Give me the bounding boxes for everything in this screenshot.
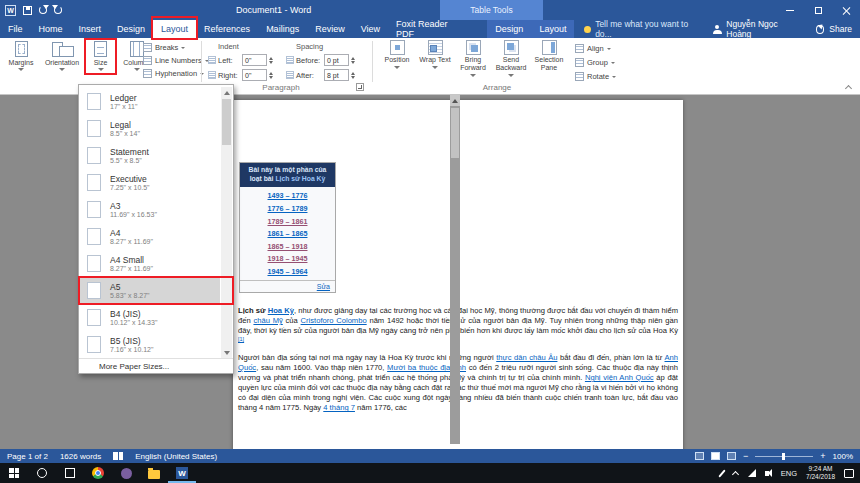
document-scrollbar[interactable] [450, 95, 460, 444]
tab-foxit-reader-pdf[interactable]: Foxit Reader PDF [388, 20, 473, 38]
tab-design[interactable]: Design [109, 20, 153, 38]
spacing-before-input[interactable]: 0 pt [324, 54, 349, 66]
zoom-in-button[interactable]: + [820, 452, 825, 460]
tab-mailings[interactable]: Mailings [258, 20, 307, 38]
hyperlink[interactable]: châu Mỹ [253, 316, 282, 325]
proofing-icon[interactable] [113, 452, 123, 460]
orientation-button[interactable]: Orientation [42, 40, 82, 71]
spacing-after-stepper[interactable] [351, 72, 355, 79]
hyperlink[interactable]: 4 tháng 7 [323, 403, 355, 412]
line-numbers-button[interactable]: Line Numbers [143, 56, 209, 65]
word-taskbar-button[interactable] [168, 463, 196, 483]
scrollbar-thumb[interactable] [222, 99, 231, 145]
tell-me-box[interactable]: Tell me what you want to do... [574, 20, 712, 38]
size-option-b4-jis[interactable]: B4 (JIS)10.12" x 14.33" [79, 304, 220, 331]
size-option-legal[interactable]: Legal8.5" x 14" [79, 115, 220, 142]
page-indicator[interactable]: Page 1 of 2 [7, 452, 48, 461]
tab-references[interactable]: References [196, 20, 258, 38]
share-button[interactable]: Share [829, 24, 852, 34]
file-explorer-button[interactable] [140, 463, 168, 483]
clock[interactable]: 9:24 AM 7/24/2018 [806, 465, 835, 481]
edit-link[interactable]: Sửa [317, 283, 330, 290]
margins-button[interactable]: Margins [5, 40, 37, 71]
footnote-link[interactable]: [1] [238, 336, 244, 342]
volume-icon[interactable] [765, 471, 769, 476]
chrome-taskbar-button[interactable] [84, 463, 112, 483]
bring-forward-button[interactable]: Bring Forward [454, 40, 492, 77]
print-layout-icon[interactable] [711, 452, 720, 460]
size-option-b5-jis[interactable]: B5 (JIS)7.16" x 10.12" [79, 331, 220, 358]
infobox-header-title[interactable]: Lịch sử Hoa Kỳ [275, 175, 325, 182]
indent-right-input[interactable]: 0" [242, 69, 267, 81]
dropdown-scrollbar[interactable] [221, 87, 232, 358]
scroll-up-button[interactable] [221, 87, 232, 98]
size-option-statement[interactable]: Statement5.5" x 8.5" [79, 142, 220, 169]
collapse-ribbon-icon[interactable] [845, 85, 852, 90]
zoom-level[interactable]: 100% [833, 452, 853, 461]
tab-table-layout[interactable]: Layout [531, 20, 574, 38]
hyperlink[interactable]: thực dân châu Âu [496, 353, 557, 362]
hyperlink[interactable]: Hoa Kỳ [268, 306, 294, 315]
group-button[interactable]: Group [575, 58, 616, 67]
undo-icon[interactable] [39, 6, 47, 14]
period-link-visited[interactable]: 1918 – 1945 [268, 254, 308, 263]
hidden-icons-chevron[interactable] [732, 471, 739, 476]
scroll-down-button[interactable] [221, 347, 232, 358]
scrollbar-thumb[interactable] [451, 108, 459, 158]
indent-left-stepper[interactable] [269, 57, 273, 64]
start-button[interactable] [0, 463, 28, 483]
read-mode-icon[interactable] [695, 452, 704, 460]
tab-table-design[interactable]: Design [487, 20, 531, 38]
app-taskbar-button[interactable] [112, 463, 140, 483]
tab-view[interactable]: View [353, 20, 388, 38]
period-link[interactable]: 1493 – 1776 [268, 191, 308, 200]
indent-right-stepper[interactable] [269, 72, 273, 79]
zoom-slider[interactable] [755, 456, 813, 457]
zoom-slider-thumb[interactable] [782, 453, 785, 460]
maximize-button[interactable] [804, 0, 832, 20]
zoom-out-button[interactable]: − [743, 452, 748, 460]
tab-file[interactable]: File [0, 20, 31, 38]
spacing-after-input[interactable]: 8 pt [324, 69, 349, 81]
hyperlink[interactable]: Nghị viện Anh Quốc [585, 373, 654, 382]
tab-home[interactable]: Home [31, 20, 71, 38]
cortana-button[interactable] [28, 463, 56, 483]
hyperlink[interactable]: Cristoforo Colombo [301, 316, 367, 325]
wrap-text-button[interactable]: Wrap Text [416, 40, 454, 77]
tab-review[interactable]: Review [307, 20, 353, 38]
position-button[interactable]: Position [378, 40, 416, 77]
close-button[interactable] [832, 0, 860, 20]
align-button[interactable]: Align [575, 44, 616, 53]
spacing-before-stepper[interactable] [351, 57, 355, 64]
selection-pane-button[interactable]: Selection Pane [530, 40, 568, 77]
size-option-a5[interactable]: A55.83" x 8.27" [79, 277, 220, 304]
period-link[interactable]: 1861 – 1865 [268, 229, 308, 238]
action-center-icon[interactable] [844, 469, 854, 478]
paragraph-dialog-launcher[interactable] [356, 83, 364, 91]
save-icon[interactable] [23, 6, 32, 15]
redo-icon[interactable] [54, 6, 62, 14]
period-link[interactable]: 1776 – 1789 [268, 204, 308, 213]
breaks-button[interactable]: Breaks [143, 43, 209, 52]
size-button[interactable]: Size [87, 40, 114, 71]
size-option-executive[interactable]: Executive7.25" x 10.5" [79, 169, 220, 196]
period-link[interactable]: 1945 – 1964 [268, 267, 308, 276]
word-count[interactable]: 1626 words [60, 452, 101, 461]
size-option-a3[interactable]: A311.69" x 16.53" [79, 196, 220, 223]
minimize-button[interactable] [776, 0, 804, 20]
language-indicator[interactable]: English (United States) [135, 452, 217, 461]
period-link-visited[interactable]: 1865 – 1918 [268, 242, 308, 251]
tab-insert[interactable]: Insert [71, 20, 110, 38]
rotate-button[interactable]: Rotate [575, 72, 616, 81]
tab-layout[interactable]: Layout [153, 20, 196, 38]
web-layout-icon[interactable] [727, 452, 736, 460]
scroll-up-button[interactable] [450, 95, 460, 106]
indent-left-input[interactable]: 0" [242, 54, 267, 66]
task-view-button[interactable] [56, 463, 84, 483]
period-link-visited[interactable]: 1789 – 1861 [268, 217, 308, 226]
user-name[interactable]: Nguyễn Ngọc Hoàng [726, 19, 800, 39]
network-icon[interactable] [748, 469, 756, 477]
size-option-ledger[interactable]: Ledger17" x 11" [79, 88, 220, 115]
send-backward-button[interactable]: Send Backward [492, 40, 530, 77]
size-option-a4-small[interactable]: A4 Small8.27" x 11.69" [79, 250, 220, 277]
